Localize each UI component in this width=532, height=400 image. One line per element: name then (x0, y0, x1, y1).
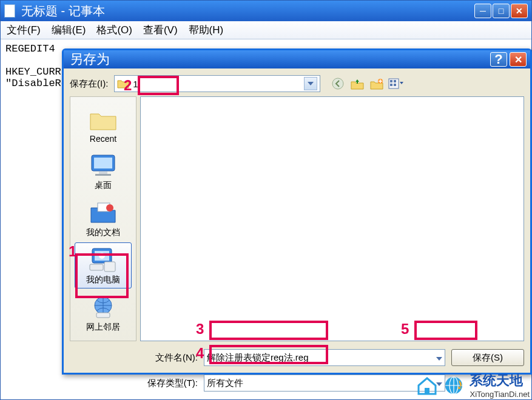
save-in-row: 保存在(I): 1 (70, 73, 524, 94)
folder-icon (117, 79, 129, 88)
places-recent[interactable]: Recent (75, 102, 132, 147)
svg-point-17 (99, 253, 105, 259)
save-in-folder-name: 1 (133, 79, 304, 89)
save-in-label: 保存在(I): (70, 78, 108, 90)
menu-edit[interactable]: 编辑(E) (52, 23, 86, 37)
filetype-input[interactable]: 所有文件 (204, 375, 445, 392)
new-folder-button[interactable] (369, 76, 385, 92)
places-computer-label: 我的电脑 (86, 275, 120, 285)
maximize-button[interactable]: □ (493, 4, 510, 18)
dialog-titlebar[interactable]: 另存为 ? ✕ (64, 50, 530, 68)
watermark-globe-icon (443, 375, 465, 396)
save-as-dialog: 另存为 ? ✕ 保存在(I): 1 (62, 48, 532, 375)
svg-rect-10 (95, 174, 111, 176)
chevron-down-icon[interactable] (436, 353, 442, 362)
menu-view[interactable]: 查看(V) (143, 23, 178, 37)
views-button[interactable] (388, 76, 404, 92)
watermark-house-icon (416, 375, 438, 396)
svg-point-0 (332, 78, 343, 89)
places-recent-label: Recent (90, 134, 116, 144)
save-button[interactable]: 保存(S) (451, 349, 524, 366)
menu-format[interactable]: 格式(O) (96, 23, 132, 37)
places-network-label: 网上邻居 (86, 322, 120, 333)
nav-back-button[interactable] (330, 76, 346, 92)
places-desktop[interactable]: 桌面 (75, 148, 132, 194)
svg-rect-5 (390, 84, 392, 86)
save-in-dropdown[interactable]: 1 (114, 75, 320, 92)
places-desktop-label: 桌面 (95, 180, 112, 191)
notepad-app-icon (4, 4, 15, 18)
svg-rect-6 (394, 84, 396, 86)
dialog-help-button[interactable]: ? (490, 52, 507, 67)
dialog-title: 另存为 (70, 50, 488, 68)
watermark-url: XiTongTianDi.net (470, 390, 530, 399)
filetype-value: 所有文件 (207, 378, 436, 389)
desktop-icon (89, 152, 118, 179)
svg-rect-3 (390, 80, 392, 82)
places-computer[interactable]: 我的电脑 (75, 242, 132, 288)
svg-rect-20 (425, 388, 429, 394)
places-bar: Recent 桌面 我的文档 (70, 96, 136, 341)
filename-input[interactable]: 解除注册表锁定reg法.reg (204, 349, 445, 366)
notepad-title: 无标题 - 记事本 (21, 3, 474, 19)
computer-icon (89, 247, 118, 273)
recent-icon (89, 106, 118, 133)
watermark: 系统天地 XiTongTianDi.net (416, 372, 530, 399)
notepad-close-button[interactable]: ✕ (511, 4, 528, 18)
places-network[interactable]: 网上邻居 (75, 290, 132, 336)
svg-rect-4 (394, 80, 396, 82)
up-one-level-button[interactable] (349, 76, 365, 92)
documents-icon (89, 199, 118, 226)
network-icon (89, 294, 118, 321)
notepad-menubar: 文件(F) 编辑(E) 格式(O) 查看(V) 帮助(H) (1, 21, 531, 39)
filename-label: 文件名(N): (140, 352, 198, 364)
menu-help[interactable]: 帮助(H) (189, 23, 224, 37)
watermark-brand: 系统天地 (470, 372, 530, 390)
places-documents[interactable]: 我的文档 (75, 195, 132, 241)
svg-rect-8 (94, 158, 112, 168)
dialog-close-button[interactable]: ✕ (510, 52, 527, 67)
notepad-titlebar[interactable]: 无标题 - 记事本 ─ □ ✕ (1, 1, 531, 21)
svg-point-12 (106, 204, 113, 212)
svg-rect-15 (90, 264, 103, 270)
chevron-down-icon[interactable] (304, 77, 317, 90)
filename-value: 解除注册表锁定reg法.reg (207, 352, 436, 364)
svg-rect-9 (99, 172, 107, 174)
filetype-label: 保存类型(T): (140, 378, 198, 389)
svg-rect-16 (104, 262, 115, 272)
svg-rect-19 (96, 313, 110, 318)
minimize-button[interactable]: ─ (474, 4, 491, 18)
places-documents-label: 我的文档 (86, 227, 120, 238)
file-list-area[interactable] (140, 96, 524, 341)
menu-file[interactable]: 文件(F) (7, 23, 41, 37)
